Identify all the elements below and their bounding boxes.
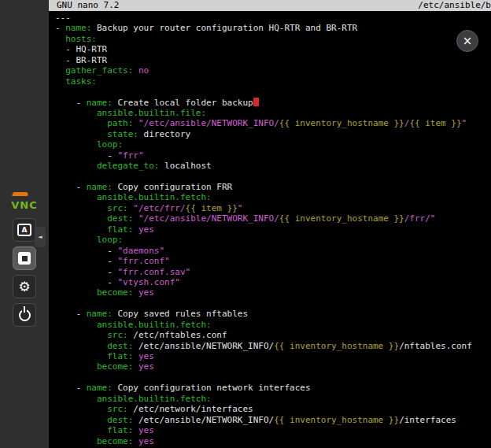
vnc-control-bar: VNC A ⚙ xyxy=(0,192,49,331)
nano-file-path: /etc/ansible/b xyxy=(418,0,491,11)
fullscreen-icon xyxy=(18,252,31,265)
editor-line: - "daemons" xyxy=(55,246,491,256)
editor-line: - HQ-RTR xyxy=(55,44,491,54)
editor-line: src: /etc/nftables.conf xyxy=(55,330,491,340)
control-bar-handle[interactable]: ◄ xyxy=(35,227,46,247)
editor-line: - "frr.conf" xyxy=(55,256,491,266)
gear-icon: ⚙ xyxy=(18,280,30,294)
editor-line: - name: Copy configuration FRR xyxy=(55,182,491,192)
keyboard-a-letter: A xyxy=(22,225,28,235)
editor-line: flat: yes xyxy=(55,351,491,361)
settings-button[interactable]: ⚙ xyxy=(13,275,36,298)
editor-line: dest: /etc/ansible/NETWORK_INFO/{{ inven… xyxy=(55,341,491,351)
novnc-logo-swoosh-icon xyxy=(12,192,29,196)
editor-line: become: yes xyxy=(55,287,491,298)
editor-line: - name: Copy configuration network inter… xyxy=(55,383,491,393)
chevron-left-icon: ◄ xyxy=(38,234,42,240)
screen: GNU nano 7.2 /etc/ansible/b ---- name: B… xyxy=(0,0,491,448)
editor-line: ansible.builtin.file: xyxy=(55,108,491,118)
editor-line: - name: Backup your router configuration… xyxy=(55,23,491,33)
power-icon xyxy=(19,309,31,321)
editor-line: flat: yes xyxy=(55,425,491,435)
editor-line xyxy=(55,298,491,309)
editor-line: become: yes xyxy=(55,361,491,372)
editor-line: --- xyxy=(55,13,491,23)
editor-line: src: "/etc/frr/{{ item }}" xyxy=(55,203,491,213)
editor-line xyxy=(55,172,491,182)
nano-app-title: GNU nano 7.2 xyxy=(57,0,119,11)
editor-line: gather_facts: no xyxy=(55,65,491,76)
editor-line: loop: xyxy=(55,235,491,245)
editor-line: become: yes xyxy=(55,436,491,446)
fullscreen-button[interactable] xyxy=(13,246,36,270)
editor-line: tasks: xyxy=(55,76,491,87)
editor-line: - "frr" xyxy=(55,150,491,161)
close-icon: × xyxy=(463,34,473,48)
terminal-window[interactable]: GNU nano 7.2 /etc/ansible/b ---- name: B… xyxy=(49,0,491,448)
keyboard-a-icon: A xyxy=(17,224,31,236)
editor-line: delegate_to: localhost xyxy=(55,161,491,171)
editor-line: - "frr.conf.sav" xyxy=(55,267,491,277)
editor-line: ansible.builtin.fetch: xyxy=(55,192,491,202)
editor-line xyxy=(55,87,491,97)
novnc-logo-text: VNC xyxy=(11,199,37,211)
editor-line: - "vtysh.conf" xyxy=(55,277,491,287)
editor-line: src: /etc/network/interfaces xyxy=(55,404,491,414)
text-cursor xyxy=(253,98,259,106)
editor-line xyxy=(55,372,491,383)
editor-line: dest: /etc/ansible/NETWORK_INFO/{{ inven… xyxy=(55,415,491,425)
editor-line: - name: Copy saved rules nftables xyxy=(55,309,491,319)
editor-line: - name: Create local folder backup xyxy=(55,98,491,108)
editor-lines[interactable]: ---- name: Backup your router configurat… xyxy=(49,11,491,446)
editor-line: ansible.builtin.fetch: xyxy=(55,394,491,404)
close-button[interactable]: × xyxy=(456,30,478,52)
editor-line: path: "/etc/ansible/NETWORK_INFO/{{ inve… xyxy=(55,118,491,128)
editor-line: loop: xyxy=(55,139,491,150)
novnc-logo: VNC xyxy=(0,192,49,212)
extra-keys-button[interactable]: A xyxy=(13,218,36,242)
power-button[interactable] xyxy=(13,303,36,327)
editor-line: state: directory xyxy=(55,129,491,139)
editor-line: dest: "/etc/ansible/NETWORK_INFO/{{ inve… xyxy=(55,213,491,224)
editor-line: hosts: xyxy=(55,34,491,44)
nano-title-bar: GNU nano 7.2 /etc/ansible/b xyxy=(49,0,491,11)
editor-line: flat: yes xyxy=(55,224,491,235)
editor-line: - BR-RTR xyxy=(55,55,491,65)
editor-line: ansible.builtin.fetch: xyxy=(55,320,491,330)
